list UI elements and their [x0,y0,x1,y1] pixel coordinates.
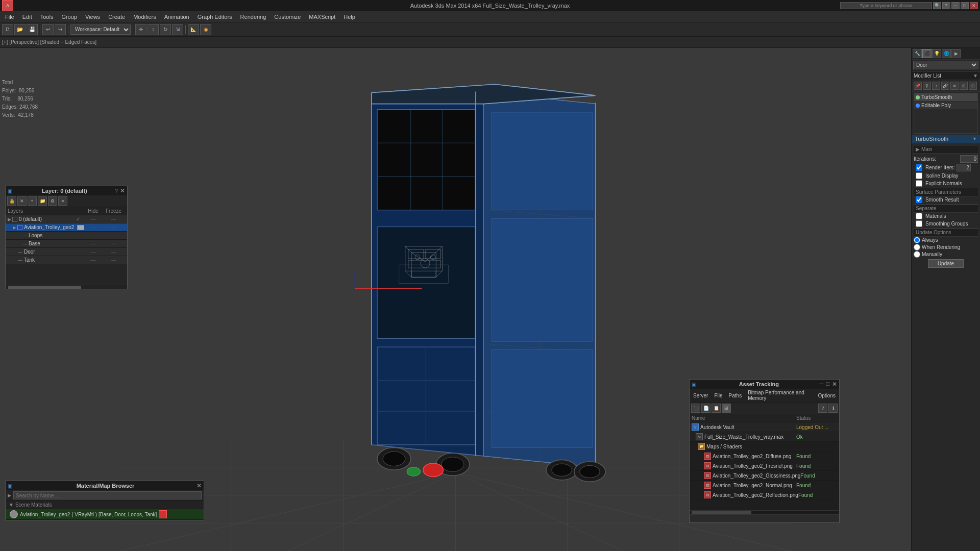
when-rendering-radio[interactable] [914,244,920,251]
prop-icon-4[interactable]: 🌐 [942,49,951,58]
asset-menu-bitmap[interactable]: Bitmap Performance and Memory [746,389,814,402]
asset-scrollbar-thumb[interactable] [692,511,751,514]
layer-help-btn[interactable]: ? [115,188,118,194]
viewport[interactable]: Total Polys: 80,256 Tris: 80,256 Edges: … [0,48,911,551]
manually-radio[interactable] [914,251,920,258]
material-close-btn[interactable]: ✕ [197,482,202,489]
layer-close-btn[interactable]: ✕ [120,187,125,194]
asset-btn2[interactable]: 📄 [701,404,710,413]
menu-animation[interactable]: Animation [160,13,193,21]
asset-row-normal[interactable]: 🖼 Aviation_Trolley_geo2_Normal.png Found [690,481,839,490]
expand-icon-0[interactable]: ▶ [8,217,11,222]
menu-customize[interactable]: Customize [270,13,305,21]
layer-row-0[interactable]: ▶ 0 (default) ✓ — — [6,215,127,223]
asset-row-glossiness[interactable]: 🖼 Aviation_Trolley_geo2_Glossiness.png F… [690,471,839,481]
search-box[interactable]: Type a keyword or phrase [840,2,932,9]
update-options-title[interactable]: Update Options [914,228,978,237]
mod-icon-3[interactable]: ↕ [932,82,940,90]
asset-info-btn[interactable]: ℹ [828,404,838,413]
rotate-btn[interactable]: ↻ [160,24,171,35]
asset-row-fresnel[interactable]: 🖼 Aviation_Trolley_geo2_Fresnel.png Foun… [690,461,839,471]
asset-panel-titlebar[interactable]: ▣ Asset Tracking ─ □ ✕ [690,380,839,389]
mod-icon-5[interactable]: ⊕ [950,82,959,90]
render-iters-checkbox[interactable] [916,164,922,171]
smoothing-groups-checkbox[interactable] [916,220,922,227]
asset-row-reflection[interactable]: 🖼 Aviation_Trolley_geo2_Reflection.png F… [690,490,839,500]
app-icon[interactable]: A [2,0,13,11]
expand-icon-aviation[interactable]: ▶ [13,225,16,230]
close-btn[interactable]: ✕ [970,2,978,9]
menu-rendering[interactable]: Rendering [236,13,271,21]
modifier-dropdown-icon[interactable]: ▼ [973,73,978,79]
menu-create[interactable]: Create [104,13,129,21]
layer-row-aviation[interactable]: ▶ Aviation_Trolley_geo2 — — [6,223,127,232]
layer-row-tank[interactable]: — Tank — — [6,256,127,264]
menu-edit[interactable]: Edit [18,13,36,21]
mod-icon-4[interactable]: 🔗 [941,82,949,90]
menu-maxscript[interactable]: MAXScript [305,13,339,21]
mod-icon-1[interactable]: 📌 [914,82,922,90]
object-dropdown[interactable]: Door [913,61,978,69]
surface-params-title[interactable]: Surface Parameters [914,188,978,196]
new-btn[interactable]: 🗋 [2,24,13,35]
minimize-btn[interactable]: ─ [951,2,960,9]
layer-row-loops[interactable]: ▶ — Loops — — [6,232,127,240]
asset-min-btn[interactable]: ─ [820,381,824,388]
asset-menu-file[interactable]: File [712,392,724,399]
mod-icon-2[interactable]: ⚲ [923,82,931,90]
layer-row-door[interactable]: — Door — — [6,248,127,256]
materials-checkbox[interactable] [916,213,922,219]
asset-menu-options[interactable]: Options [816,392,838,399]
save-btn[interactable]: 💾 [27,24,38,35]
iterations-input[interactable] [960,155,978,163]
layer-scrollbar[interactable] [6,285,127,289]
material-search-input[interactable] [13,491,202,499]
explicit-normals-checkbox[interactable] [916,180,922,187]
layer-panel-titlebar[interactable]: ▣ Layer: 0 (default) ? ✕ [6,186,127,195]
layer-x-btn[interactable]: ✕ [17,196,27,206]
layer-folder-btn[interactable]: 📁 [38,196,47,206]
prop-icon-2[interactable]: ⬛ [922,49,932,58]
asset-row-diffuse[interactable]: 🖼 Aviation_Trolley_geo2_Diffuse.png Foun… [690,452,839,461]
asset-btn3[interactable]: 📋 [712,404,721,413]
layer-add-btn[interactable]: + [28,196,37,206]
search-btn[interactable]: 🔍 [933,2,941,9]
material-panel-titlebar[interactable]: ▣ Material/Map Browser ✕ [6,481,204,490]
separate-title[interactable]: Separate [914,204,978,213]
layer-settings-btn[interactable]: ⚙ [48,196,57,206]
update-btn[interactable]: Update [928,259,964,268]
scene-materials-section[interactable]: ▼ Scene Materials [6,501,204,509]
menu-tools[interactable]: Tools [36,13,58,21]
open-btn[interactable]: 📂 [14,24,26,35]
layer-lock-btn[interactable]: 🔒 [7,196,16,206]
menu-modifiers[interactable]: Modifiers [129,13,160,21]
redo-btn[interactable]: ↪ [55,24,66,35]
smooth-result-checkbox[interactable] [916,196,922,203]
asset-max-btn[interactable]: □ [826,381,829,388]
layer-scrollbar-thumb[interactable] [8,286,81,289]
material-item[interactable]: Aviation_Trolley_geo2 ( VRayMtl ) [Base,… [6,509,204,520]
menu-help[interactable]: Help [339,13,359,21]
undo-btn[interactable]: ↩ [42,24,54,35]
render-iters-input[interactable] [957,164,971,171]
modifier-turbosmooth[interactable]: TurboSmooth [914,93,977,101]
move-btn[interactable]: ↕ [148,24,159,35]
asset-row-file[interactable]: M Full_Size_Waste_Trolley_vray.max Ok [690,432,839,442]
help-btn[interactable]: ? [942,2,950,9]
modifier-editablepoly[interactable]: Editable Poly [914,102,977,109]
mod-icon-7[interactable]: ⊟ [969,82,977,90]
turbosmooth-section-header[interactable]: TurboSmooth ▼ [912,135,980,143]
asset-btn1[interactable]: ⬛ [691,404,700,413]
menu-views[interactable]: Views [81,13,104,21]
prop-icon-5[interactable]: ▶ [951,49,961,58]
menu-file[interactable]: File [1,13,18,21]
asset-btn4[interactable]: ⊞ [722,404,731,413]
mod-icon-6[interactable]: ⊞ [960,82,968,90]
asset-row-vault[interactable]: V Autodesk Vault Logged Out ... [690,422,839,432]
turbosmooth-collapse-icon[interactable]: ▼ [972,136,977,141]
snap-btn[interactable]: 📐 [188,24,199,35]
select-btn[interactable]: ✛ [135,24,146,35]
menu-group[interactable]: Group [57,13,81,21]
workspace-select[interactable]: Workspace: Default [70,24,131,35]
menu-graph-editors[interactable]: Graph Editors [193,13,236,21]
